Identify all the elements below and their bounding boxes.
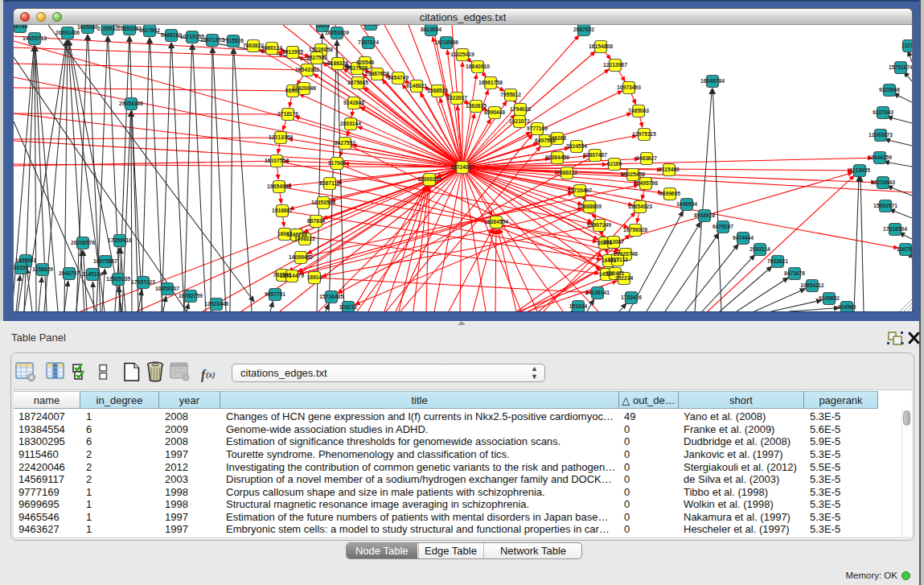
svg-text:15716485: 15716485 (319, 294, 343, 299)
svg-text:19654923: 19654923 (628, 204, 652, 209)
svg-text:9777169: 9777169 (527, 126, 548, 131)
svg-text:20364456: 20364456 (545, 154, 569, 160)
svg-text:9329966: 9329966 (879, 87, 900, 93)
svg-text:16495798: 16495798 (634, 180, 658, 186)
svg-text:1156829: 1156829 (32, 266, 53, 272)
svg-text:6466160: 6466160 (161, 32, 182, 38)
svg-text:9860124: 9860124 (261, 45, 282, 51)
svg-text:7515526: 7515526 (223, 38, 244, 43)
svg-text:(x): (x) (206, 370, 216, 380)
svg-text:14055713: 14055713 (23, 35, 47, 41)
svg-text:11325419: 11325419 (450, 51, 474, 57)
svg-text:7632621: 7632621 (767, 258, 788, 264)
svg-text:8813054: 8813054 (421, 27, 441, 32)
svg-text:1588520: 1588520 (427, 88, 448, 93)
svg-text:1733426: 1733426 (621, 295, 642, 300)
svg-text:1605380: 1605380 (77, 25, 98, 30)
svg-text:2803144: 2803144 (340, 121, 361, 126)
svg-text:10853267: 10853267 (117, 26, 142, 31)
svg-text:10654112: 10654112 (800, 282, 824, 288)
svg-text:2942757: 2942757 (59, 270, 80, 276)
svg-text:18724007: 18724007 (450, 164, 474, 170)
svg-text:12444159: 12444159 (868, 154, 892, 160)
svg-text:9245652: 9245652 (819, 295, 840, 301)
svg-text:185130: 185130 (362, 25, 380, 27)
svg-text:317006: 317006 (328, 160, 347, 166)
svg-text:16210643: 16210643 (871, 179, 895, 185)
svg-text:19654985: 19654985 (267, 183, 291, 189)
svg-text:15720407: 15720407 (568, 187, 592, 193)
svg-text:746266: 746266 (548, 135, 567, 141)
svg-text:7886312: 7886312 (556, 170, 577, 175)
svg-text:12093873: 12093873 (869, 132, 893, 138)
svg-text:8215955: 8215955 (849, 167, 870, 173)
svg-text:1655061: 1655061 (15, 257, 36, 263)
svg-text:6479197: 6479197 (713, 224, 733, 229)
svg-text:15751074: 15751074 (889, 64, 912, 70)
svg-text:3875685: 3875685 (347, 80, 368, 85)
svg-text:10973493: 10973493 (617, 84, 641, 90)
svg-text:10807487: 10807487 (583, 152, 607, 158)
svg-text:7955812: 7955812 (500, 92, 521, 97)
svg-text:103212: 103212 (339, 304, 358, 310)
svg-text:16648784: 16648784 (700, 78, 725, 84)
svg-text:1916687: 1916687 (272, 208, 293, 213)
svg-text:20691406: 20691406 (55, 30, 80, 35)
svg-text:8938928: 8938928 (694, 212, 715, 218)
svg-text:16154808: 16154808 (589, 43, 613, 49)
svg-text:320546: 320546 (356, 60, 375, 65)
svg-text:18640910: 18640910 (466, 64, 490, 69)
svg-text:1621072: 1621072 (509, 118, 530, 124)
svg-text:8454749: 8454749 (388, 75, 409, 80)
svg-text:12213967: 12213967 (603, 62, 627, 68)
svg-text:10688609: 10688609 (577, 204, 602, 209)
svg-text:14099489: 14099489 (289, 254, 313, 260)
svg-text:9527500: 9527500 (306, 55, 327, 60)
svg-text:1794028: 1794028 (510, 106, 531, 112)
svg-text:12213369: 12213369 (269, 134, 293, 140)
svg-text:2718176: 2718176 (277, 111, 298, 117)
svg-text:19756928: 19756928 (623, 227, 647, 233)
svg-text:11173: 11173 (901, 43, 912, 48)
svg-text:9227343: 9227343 (873, 109, 893, 115)
svg-text:9463627: 9463627 (636, 155, 657, 161)
svg-text:29053346: 29053346 (119, 101, 143, 106)
svg-text:17957223: 17957223 (131, 279, 155, 285)
svg-text:15692971: 15692971 (873, 203, 897, 208)
svg-text:12975115: 12975115 (632, 131, 656, 137)
svg-text:16671355: 16671355 (200, 37, 224, 43)
svg-text:2012067: 2012067 (603, 239, 624, 245)
svg-text:7357224: 7357224 (358, 39, 379, 45)
svg-text:8990448: 8990448 (484, 109, 505, 115)
svg-text:29867608: 29867608 (365, 71, 389, 76)
svg-text:14136141: 14136141 (585, 290, 610, 295)
svg-text:2933114: 2933114 (749, 246, 770, 252)
svg-text:9699695: 9699695 (659, 191, 680, 196)
svg-text:924565: 924565 (838, 304, 856, 310)
svg-text:16914479: 16914479 (280, 273, 304, 278)
svg-text:1527602: 1527602 (139, 27, 160, 33)
svg-text:1640954: 1640954 (676, 201, 697, 207)
svg-text:17016504: 17016504 (883, 226, 907, 232)
svg-text:20206576: 20206576 (71, 240, 95, 245)
svg-text:15226058: 15226058 (309, 47, 333, 52)
svg-text:62160: 62160 (607, 161, 622, 167)
svg-text:9146821: 9146821 (406, 83, 427, 89)
svg-text:8322037: 8322037 (446, 95, 467, 101)
svg-text:19384554: 19384554 (484, 219, 508, 225)
svg-text:867834: 867834 (307, 218, 326, 224)
svg-text:16782759: 16782759 (179, 293, 203, 299)
svg-text:8471676: 8471676 (784, 270, 805, 276)
svg-text:12923448: 12923448 (204, 301, 228, 307)
svg-text:20120746: 20120746 (614, 251, 638, 257)
svg-text:9242848: 9242848 (343, 100, 364, 105)
svg-text:8912955: 8912955 (282, 49, 303, 55)
svg-text:8427552: 8427552 (335, 140, 355, 146)
svg-text:1498222: 1498222 (294, 236, 315, 241)
svg-text:10958107: 10958107 (155, 286, 179, 291)
svg-text:10975867: 10975867 (93, 258, 117, 264)
svg-text:18907249: 18907249 (587, 222, 611, 228)
svg-text:16744: 16744 (14, 25, 28, 29)
svg-text:16961758: 16961758 (478, 80, 503, 85)
svg-text:1362615: 1362615 (466, 103, 487, 109)
